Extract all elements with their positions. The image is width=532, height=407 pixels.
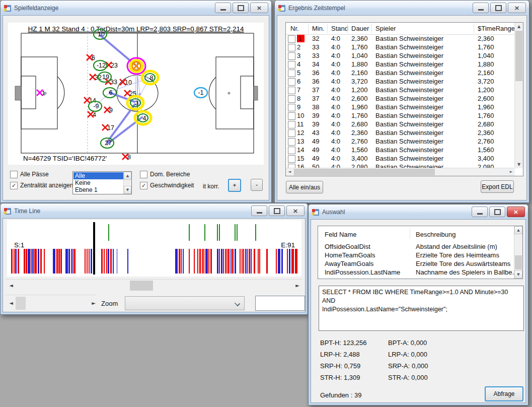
row-checkbox[interactable] <box>288 35 295 43</box>
hscroll-thumb[interactable] <box>16 297 26 310</box>
close-button[interactable]: × <box>250 3 268 13</box>
table-row[interactable]: 9384:01,960Bastian Schweinsteiger1,960 <box>286 103 515 112</box>
row-checkbox[interactable] <box>288 129 295 137</box>
table-hscrollbar[interactable]: ◄ ► <box>286 168 515 176</box>
row-checkbox[interactable] <box>288 112 295 120</box>
table-row[interactable]: 7374:01,200Bastian Schweinsteiger1,200 <box>286 86 515 95</box>
scroll-right-icon[interactable]: ► <box>293 281 301 291</box>
layer-scrollbar[interactable]: ▲ ▼ <box>123 172 131 194</box>
timeline-canvas-panel[interactable]: S:1 E:91 <box>7 220 301 277</box>
close-button[interactable]: × <box>286 206 305 216</box>
row-checkbox[interactable] <box>288 44 295 51</box>
titlebar-ergebnis[interactable]: Ergebnis Zeitstempel × <box>275 1 529 15</box>
checkbox-dom-bereiche[interactable]: Dom. Bereiche <box>140 170 190 178</box>
column-header[interactable]: Dauer <box>351 25 369 32</box>
checkbox-box[interactable] <box>10 171 18 178</box>
pitch-panel[interactable]: HZ 1 M 32 Stand 4 : 0 TorDist=30m LRP=2,… <box>8 23 264 165</box>
column-header[interactable]: Spieler <box>375 25 396 32</box>
row-checkbox[interactable] <box>288 138 295 146</box>
titlebar-timeline[interactable]: Time Line × <box>1 204 308 218</box>
table-row[interactable]: 15494:03,400Bastian Schweinsteiger3,400 <box>286 155 515 163</box>
scroll-down-icon[interactable]: ▼ <box>514 270 522 279</box>
close-button[interactable]: × <box>507 207 525 217</box>
row-checkbox[interactable] <box>288 155 295 163</box>
row-checkbox[interactable] <box>288 147 295 154</box>
minimize-button[interactable] <box>215 3 231 13</box>
field-list-scrollbar[interactable]: ▲ ▼ <box>514 226 522 279</box>
row-checkbox[interactable] <box>288 87 295 94</box>
titlebar-auswahl[interactable]: Auswahl × <box>309 205 528 219</box>
checkbox-geschwindigkeit[interactable]: ✓ Geschwindigkeit <box>140 181 194 189</box>
layer-option[interactable]: Alle <box>73 172 123 179</box>
maximize-button[interactable] <box>489 207 505 217</box>
table-row[interactable]: 4344:01,880Bastian Schweinsteiger1,880 <box>286 60 515 69</box>
row-checkbox[interactable] <box>288 78 295 86</box>
minus-button[interactable]: - <box>251 179 263 191</box>
scroll-left-icon[interactable]: ◄ <box>286 168 293 176</box>
scroll-up-icon[interactable]: ▲ <box>514 226 522 234</box>
table-row[interactable]: 1324:02,360Bastian Schweinsteiger2,360 <box>286 35 515 43</box>
field-list-row[interactable]: AwayTeamGoalsErzielte Tore des Auswärtst… <box>318 260 514 268</box>
column-header[interactable]: Nr. <box>290 25 299 32</box>
timeline-hscrollbar-2[interactable]: ◄ ► <box>7 297 98 310</box>
field-list-row[interactable]: OffsideGoalDistAbstand der Abseitslinie … <box>318 243 514 251</box>
scroll-left-icon[interactable]: ◄ <box>7 297 15 310</box>
row-checkbox[interactable] <box>288 121 295 128</box>
minimize-button[interactable] <box>473 3 489 13</box>
minimize-button[interactable] <box>251 206 267 216</box>
timeline-textbox[interactable] <box>255 296 305 311</box>
row-checkbox[interactable] <box>288 104 295 111</box>
hscroll-thumb[interactable] <box>294 169 435 175</box>
table-row[interactable]: 11394:02,680Bastian Schweinsteiger2,680 <box>286 120 515 129</box>
table-row[interactable]: 2334:01,760Bastian Schweinsteiger1,760 <box>286 43 515 52</box>
scroll-down-icon[interactable]: ▼ <box>124 186 131 194</box>
table-row[interactable]: 14494:01,560Bastian Schweinsteiger1,560 <box>286 146 515 155</box>
row-checkbox[interactable] <box>288 164 295 168</box>
scroll-left-icon[interactable]: ◄ <box>7 281 15 291</box>
minimize-button[interactable] <box>472 207 488 217</box>
checkbox-alle-paesse[interactable]: Alle Pässe <box>10 170 49 178</box>
scroll-right-icon[interactable]: ► <box>507 168 515 176</box>
table-row[interactable]: 13494:02,760Bastian Schweinsteiger2,760 <box>286 138 515 146</box>
layer-option[interactable]: Ebene 1 <box>73 186 123 193</box>
row-checkbox[interactable] <box>288 70 295 77</box>
scroll-up-icon[interactable]: ▲ <box>515 23 523 30</box>
column-header[interactable]: Stand <box>331 25 348 32</box>
column-header[interactable]: $TimeRange <box>478 25 515 32</box>
table-row[interactable]: 8374:02,600Bastian Schweinsteiger2,600 <box>286 95 515 103</box>
table-row[interactable]: 5364:02,160Bastian Schweinsteiger2,160 <box>286 69 515 78</box>
row-checkbox[interactable] <box>288 95 295 103</box>
table-row[interactable]: 10394:01,760Bastian Schweinsteiger1,760 <box>286 112 515 120</box>
table-row[interactable]: 12434:02,360Bastian Schweinsteiger2,360 <box>286 129 515 138</box>
query-button[interactable]: Abfrage <box>485 386 523 401</box>
row-checkbox[interactable] <box>288 61 295 69</box>
checkbox-zentralitaet[interactable]: ✓ Zentralität anzeigen <box>10 181 73 189</box>
close-button[interactable]: × <box>508 3 526 13</box>
maximize-button[interactable] <box>490 3 506 13</box>
export-edl-button[interactable]: Export EDL <box>481 180 514 193</box>
vscroll-thumb[interactable] <box>515 255 522 269</box>
row-checkbox[interactable] <box>288 52 295 60</box>
vscroll-thumb[interactable] <box>515 31 522 81</box>
layer-listbox[interactable]: AlleKeineEbene 1 ▲ ▼ <box>72 171 132 194</box>
zoom-combobox[interactable] <box>125 296 245 310</box>
titlebar-spielfeldanzeige[interactable]: Spielfeldanzeige × <box>1 1 271 15</box>
layer-option[interactable]: Keine <box>73 179 123 186</box>
table-row[interactable]: 16504:02,080Bastian Schweinsteiger2,080 <box>286 163 515 168</box>
results-table[interactable]: Nr.Min.StandDauerSpieler$TimeRange 1324:… <box>285 22 523 176</box>
column-header[interactable]: Min. <box>312 25 325 32</box>
checkbox-box[interactable] <box>140 171 147 178</box>
field-list-row[interactable]: HomeTeamGoalsErzielte Tore des Heimteams <box>318 251 514 260</box>
checkbox-box[interactable]: ✓ <box>10 182 18 189</box>
maximize-button[interactable] <box>233 3 249 13</box>
scroll-right-icon[interactable]: ► <box>90 297 98 310</box>
toggle-all-button[interactable]: Alle ein/aus <box>286 181 323 193</box>
table-row[interactable]: 3334:01,040Bastian Schweinsteiger1,040 <box>286 52 515 60</box>
hscroll-thumb[interactable] <box>130 281 153 291</box>
maximize-button[interactable] <box>269 206 285 216</box>
scroll-down-icon[interactable]: ▼ <box>515 161 523 168</box>
field-list[interactable]: Feld Name Beschreibung OffsideGoalDistAb… <box>318 226 523 279</box>
timeline-hscrollbar[interactable]: ◄ ► <box>7 281 301 291</box>
scroll-up-icon[interactable]: ▲ <box>124 172 131 180</box>
field-list-row[interactable]: IndiPossession.LastNameNachname des Spie… <box>318 268 514 277</box>
